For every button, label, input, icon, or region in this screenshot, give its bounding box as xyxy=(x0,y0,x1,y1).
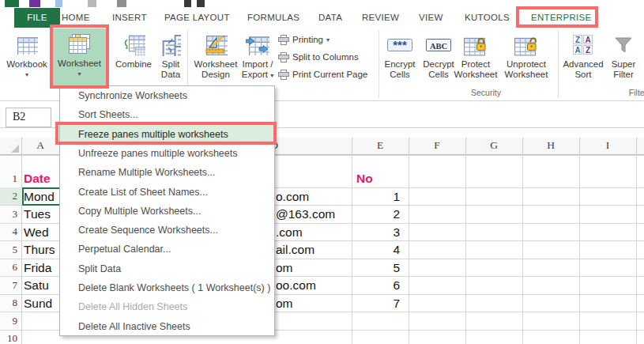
tab-home[interactable]: HOME xyxy=(62,8,90,28)
qat-icon[interactable] xyxy=(197,0,205,7)
cell-d6[interactable]: om xyxy=(276,261,293,275)
cell-a3[interactable]: Tues xyxy=(24,207,51,221)
worksheet-dropdown-menu: Synchronize WorksheetsSort Sheets...Free… xyxy=(59,85,275,336)
tab-file[interactable]: FILE xyxy=(14,8,60,28)
menu-item-delete-all-hidden-sheets: Delete All Hidden Sheets xyxy=(60,297,274,316)
cell-e8[interactable]: 7 xyxy=(352,297,405,311)
column-header-h[interactable]: H xyxy=(537,139,565,155)
menu-item-create-list-of-sheet-names[interactable]: Create List of Sheet Names... xyxy=(60,183,274,202)
split-data-button[interactable]: Split Data xyxy=(155,29,186,85)
qat-icon[interactable] xyxy=(55,0,62,7)
row-header-8[interactable]: 8 xyxy=(0,294,22,312)
row-header-9[interactable]: 9 xyxy=(0,312,22,330)
tab-review[interactable]: REVIEW xyxy=(362,8,399,28)
row-header-7[interactable]: 7 xyxy=(0,276,22,294)
cell-e3[interactable]: 2 xyxy=(352,207,405,221)
print-current-page-button[interactable]: Print Current Page xyxy=(278,67,367,81)
cell-e1[interactable]: No xyxy=(356,172,373,186)
workbook-button[interactable]: Workbook ▾ xyxy=(5,29,49,85)
filter-group-label: Filter xyxy=(601,88,644,99)
import-export-button[interactable]: Import / Export ▾ xyxy=(239,29,277,85)
worksheet-button[interactable]: Worksheet ▾ xyxy=(51,28,108,85)
name-box[interactable]: B2 xyxy=(6,108,51,127)
active-cell-outline xyxy=(22,187,59,206)
menu-item-synchronize-worksheets[interactable]: Synchronize Worksheets xyxy=(60,86,274,105)
gridline xyxy=(636,155,637,344)
cell-e2[interactable]: 1 xyxy=(352,190,405,204)
header-separator xyxy=(409,138,409,155)
menu-item-perpetual-calendar[interactable]: Perpetual Calendar... xyxy=(60,240,274,259)
protect-worksheet-button[interactable]: Protect Worksheet xyxy=(453,29,499,85)
svg-text:Z: Z xyxy=(586,46,590,55)
row-header-5[interactable]: 5 xyxy=(0,240,22,259)
column-header-f[interactable]: F xyxy=(423,139,451,155)
menu-item-freeze-panes-multiple-worksheets[interactable]: Freeze panes multiple worksheets xyxy=(60,125,274,144)
cell-a4[interactable]: Wed xyxy=(24,225,49,240)
svg-text:***: *** xyxy=(393,38,407,51)
split-to-columns-button[interactable]: Split to Columns xyxy=(278,50,359,64)
tab-view[interactable]: VIEW xyxy=(419,8,443,28)
combine-button[interactable]: Combine xyxy=(111,29,156,85)
tab-page-layout[interactable]: PAGE LAYOUT xyxy=(164,8,230,28)
cell-a1[interactable]: Date xyxy=(24,172,51,186)
column-header-g[interactable]: G xyxy=(480,139,508,155)
menu-item-copy-multiple-worksheets[interactable]: Copy Multiple Worksheets... xyxy=(60,202,274,221)
row-header-4[interactable]: 4 xyxy=(0,223,22,240)
advanced-sort-button[interactable]: Z A A Z Advanced Sort xyxy=(561,29,605,85)
row-header-3[interactable]: 3 xyxy=(0,205,22,223)
decrypt-cells-button[interactable]: ABC Decrypt Cells xyxy=(420,29,458,85)
column-header-i[interactable]: I xyxy=(593,139,622,155)
header-separator xyxy=(579,138,580,155)
cell-e7[interactable]: 6 xyxy=(352,278,405,293)
menu-item-split-data[interactable]: Split Data xyxy=(60,259,274,278)
super-filter-button[interactable]: Super Filter xyxy=(607,29,640,85)
menu-item-delete-all-inactive-sheets[interactable]: Delete All Inactive Sheets xyxy=(60,317,274,336)
printing-button[interactable]: Printing ▾ xyxy=(278,32,330,47)
menu-item-rename-multiple-worksheets[interactable]: Rename Multiple Worksheets... xyxy=(60,163,274,182)
row-header-1[interactable]: 1 xyxy=(0,155,22,187)
svg-text:Z: Z xyxy=(575,36,580,44)
tab-formulas[interactable]: FORMULAS xyxy=(247,8,299,28)
qat-icon[interactable] xyxy=(117,0,126,7)
dropdown-arrow-icon: ▾ xyxy=(25,71,28,78)
tab-kutools[interactable]: KUTOOLS xyxy=(465,8,510,28)
printer-icon xyxy=(278,52,289,62)
tab-data[interactable]: DATA xyxy=(318,8,342,28)
cell-d2[interactable]: o.com xyxy=(276,190,309,204)
qat-icon[interactable] xyxy=(184,0,191,7)
menu-item-unfreeze-panes-multiple-worksheets[interactable]: Unfreeze panes multiple worksheets xyxy=(60,144,274,163)
cell-a2[interactable]: Mond xyxy=(24,190,55,204)
cell-e6[interactable]: 5 xyxy=(352,261,405,275)
cell-e4[interactable]: 3 xyxy=(352,225,405,240)
row-header-6[interactable]: 6 xyxy=(0,259,22,276)
cell-a8[interactable]: Sund xyxy=(24,297,52,311)
tab-enterprise[interactable]: ENTERPRISE xyxy=(531,8,592,28)
menu-item-create-sequence-worksheets[interactable]: Create Sequence Worksheets... xyxy=(60,221,274,240)
menu-item-sort-sheets[interactable]: Sort Sheets... xyxy=(60,105,274,124)
column-header-e[interactable]: E xyxy=(366,139,394,155)
cell-a7[interactable]: Satu xyxy=(24,278,49,293)
menu-item-delete-blank-worksheets-1-worksheet-s[interactable]: Delete Blank Worksheets ( 1 Worksheet(s)… xyxy=(60,278,274,297)
gridline xyxy=(352,155,352,344)
cell-e5[interactable]: 4 xyxy=(352,243,405,257)
encrypt-cells-button[interactable]: *** Encrypt Cells xyxy=(382,29,418,85)
cell-d5[interactable]: ail.com xyxy=(276,243,314,257)
cell-d3[interactable]: @163.com xyxy=(276,207,335,221)
qat-icon[interactable] xyxy=(88,0,96,7)
column-header-a[interactable]: A xyxy=(26,139,55,155)
header-separator xyxy=(465,138,466,155)
import-export-icon xyxy=(246,31,269,59)
cell-d4[interactable]: .com xyxy=(276,225,303,240)
cell-d8[interactable]: om xyxy=(276,297,293,311)
gridline xyxy=(579,155,580,344)
unprotect-worksheet-button[interactable]: Unprotect Worksheet xyxy=(499,29,554,85)
row-header-2[interactable]: 2 xyxy=(0,187,22,205)
select-all-corner[interactable] xyxy=(0,138,22,155)
row-header-10[interactable]: 10 xyxy=(0,330,22,344)
cell-a5[interactable]: Thurs xyxy=(24,243,55,257)
tab-insert[interactable]: INSERT xyxy=(112,8,147,28)
worksheet-design-button[interactable]: Worksheet Design xyxy=(191,29,240,85)
cell-d7[interactable]: oo.com xyxy=(276,278,316,293)
group-divider xyxy=(558,30,559,98)
cell-a6[interactable]: Frida xyxy=(24,261,51,275)
